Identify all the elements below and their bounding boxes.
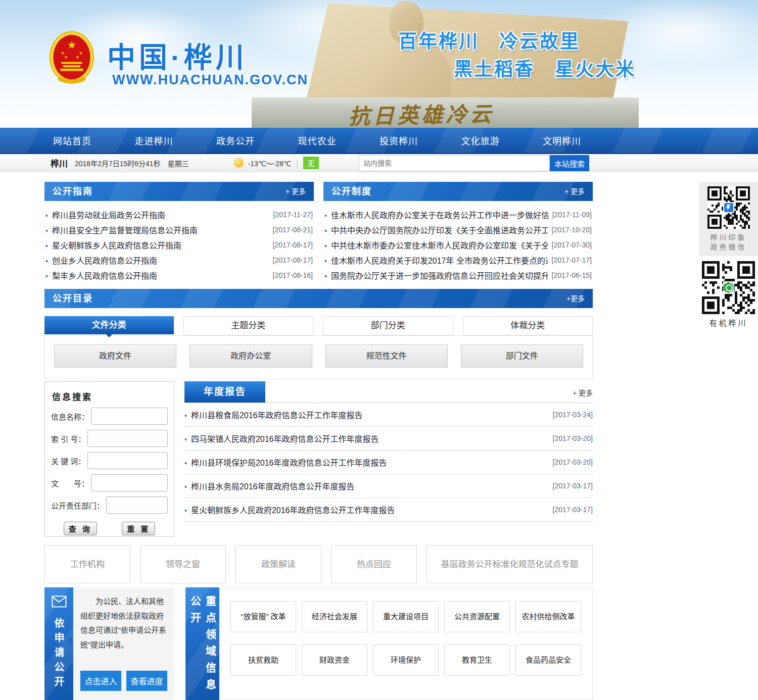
quick-link-policy-interpretation[interactable]: 政策解读 bbox=[235, 545, 321, 583]
nav-item-culture[interactable]: 文化旅游 bbox=[456, 134, 505, 147]
article-link[interactable]: 创业乡人民政府信息公开指南 bbox=[45, 254, 269, 266]
index-number-field[interactable] bbox=[87, 430, 168, 447]
more-link[interactable]: + 更多 bbox=[573, 387, 593, 397]
catalog-button-department-files[interactable]: 部门文件 bbox=[461, 344, 583, 368]
list-item: 星火朝鲜族乡人民政府信息公开指南[2017-08-17] bbox=[45, 237, 313, 253]
article-link[interactable]: 星火朝鲜族乡人民政府2016年政府信息公开工作年度报告 bbox=[184, 504, 553, 516]
panel-title: 年度报告 bbox=[184, 381, 265, 403]
temperature-label: -13℃～-28℃ bbox=[248, 158, 292, 168]
nav-item-agriculture[interactable]: 现代农业 bbox=[293, 134, 342, 147]
panel-annual-reports: 年度报告 + 更多 桦川县粮食局2016年政府信息公开工作年度报告[2017-0… bbox=[184, 381, 593, 537]
key-area-major-projects[interactable]: 重大建设项目 bbox=[373, 601, 439, 632]
list-item: 中共佳木斯市委办公室佳木斯市人民政府办公室印发《关于全面[2017-07-30] bbox=[324, 237, 592, 253]
article-link[interactable]: 梨丰乡人民政府信息公开指南 bbox=[45, 269, 269, 281]
article-link[interactable]: 中共中央办公厅国务院办公厅印发《关于全面推进政务公开工作 bbox=[324, 224, 548, 236]
list-item: 佳木斯市人民政府关于印发2017年 全市政务公开工作要点的通知[2017-07-… bbox=[324, 253, 592, 268]
article-link[interactable]: 桦川县粮食局2016年政府信息公开工作年度报告 bbox=[184, 409, 553, 421]
site-search-button[interactable]: 本站搜索 bbox=[550, 155, 589, 171]
catalog-button-gov-office[interactable]: 政府办公室 bbox=[190, 344, 312, 368]
key-area-rural-supply-reform[interactable]: 农村供给侧改革 bbox=[515, 601, 581, 632]
list-item: 桦川县水务局2016年度政府信息公开年度报告[2017-03-17] bbox=[184, 474, 593, 498]
apply-description: 为公民、法人和其他组织更好地依法获取政府信息可通过“依申请公开系统”提出申请。 bbox=[80, 594, 167, 671]
article-date: [2017-11-27] bbox=[273, 211, 313, 219]
article-link[interactable]: 桦川县劳动就业局政务公开指南 bbox=[45, 209, 269, 221]
tab-department-category[interactable]: 部门分类 bbox=[323, 316, 453, 335]
article-link[interactable]: 中共佳木斯市委办公室佳木斯市人民政府办公室印发《关于全面 bbox=[324, 239, 548, 251]
article-link[interactable]: 国务院办公厅关于进一步加强政府信息公开回应社会关切提升政 bbox=[324, 269, 548, 281]
apply-enter-button[interactable]: 点击进入 bbox=[80, 671, 121, 691]
key-area-public-resources[interactable]: 公共资源配置 bbox=[444, 601, 510, 632]
key-area-education-health[interactable]: 教育卫生 bbox=[444, 644, 510, 676]
quick-link-grassroots-pilot[interactable]: 基层政务公开标准化规范化试点专题 bbox=[427, 545, 593, 583]
field-label-department: 公开责任部门： bbox=[51, 500, 104, 511]
field-label-name: 信息名称： bbox=[51, 411, 89, 422]
list-item: 星火朝鲜族乡人民政府2016年政府信息公开工作年度报告[2017-03-17] bbox=[184, 498, 593, 522]
nav-item-home[interactable]: 网站首页 bbox=[48, 134, 97, 147]
qr2-label: 有机桦川 bbox=[699, 317, 758, 328]
keyword-field[interactable] bbox=[87, 452, 168, 469]
list-item: 桦川县粮食局2016年政府信息公开工作年度报告[2017-03-24] bbox=[184, 403, 593, 427]
key-area-food-drug-safety[interactable]: 食品药品安全 bbox=[515, 644, 581, 676]
key-area-fiscal-funds[interactable]: 财政资金 bbox=[302, 644, 367, 676]
catalog-button-normative-files[interactable]: 规范性文件 bbox=[325, 344, 448, 368]
banner-slogan-2: 黑土稻香 星火大米 bbox=[454, 54, 636, 81]
article-date: [2017-03-24] bbox=[553, 411, 593, 419]
article-date: [2017-08-21] bbox=[273, 226, 313, 234]
apply-progress-button[interactable]: 查看进度 bbox=[126, 671, 167, 691]
banner-slogan-1: 百年桦川 冷云故里 bbox=[398, 26, 580, 54]
panel-title: 公开目录 bbox=[53, 289, 93, 308]
field-label-docnum: 文 号： bbox=[51, 478, 89, 488]
article-date: [2017-08-16] bbox=[273, 271, 313, 279]
apply-for-disclosure-block: 依申请公开 为公民、法人和其他组织更好地依法获取政府信息可通过“依申请公开系统”… bbox=[44, 587, 174, 700]
article-date: [2017-03-20] bbox=[553, 458, 593, 466]
article-link[interactable]: 四马架镇人民政府2016年政府信息公开工作年度报告 bbox=[184, 432, 553, 444]
tab-file-category[interactable]: 文件分类 bbox=[44, 316, 174, 334]
tab-topic-category[interactable]: 主题分类 bbox=[183, 316, 314, 335]
key-areas-vertical-banner: 重点领域信息公开 bbox=[185, 587, 219, 700]
query-button[interactable]: 查 询 bbox=[64, 522, 97, 535]
svg-text:★: ★ bbox=[64, 55, 68, 60]
document-number-field[interactable] bbox=[91, 474, 168, 491]
organic-logo-icon bbox=[723, 282, 734, 293]
panel-open-system: 公开制度 + 更多 佳木斯市人民政府办公室关于在政务公开工作中进一步做好信息[2… bbox=[323, 182, 593, 283]
quick-link-leaders[interactable]: 领导之窗 bbox=[140, 545, 226, 583]
nav-item-gov-affairs[interactable]: 政务公开 bbox=[211, 134, 260, 147]
field-label-keyword: 关 键 词： bbox=[51, 456, 85, 466]
field-label-index: 索 引 号： bbox=[51, 433, 85, 444]
info-name-field[interactable] bbox=[91, 408, 168, 425]
more-link[interactable]: + 更多 bbox=[564, 182, 585, 201]
info-bar: 桦川 2018年2月7日15时6分41秒 星期三 -13℃～-28℃ | 无 本… bbox=[0, 154, 758, 172]
datetime-label: 2018年2月7日15时6分41秒 bbox=[75, 158, 161, 168]
tab-genre-category[interactable]: 体裁分类 bbox=[463, 316, 593, 335]
envelope-icon bbox=[52, 595, 67, 610]
catalog-button-gov-files[interactable]: 政府文件 bbox=[54, 344, 176, 368]
article-date: [2017-06-15] bbox=[552, 271, 592, 279]
list-item: 四马架镇人民政府2016年政府信息公开工作年度报告[2017-03-20] bbox=[184, 427, 593, 451]
quick-link-hot-responses[interactable]: 热点回应 bbox=[331, 545, 417, 583]
article-link[interactable]: 桦川县环境保护局2016年度政府信息公开工作年度报告 bbox=[184, 456, 553, 468]
article-date: [2017-08-17] bbox=[273, 241, 313, 249]
article-link[interactable]: 桦川县水务局2016年度政府信息公开年度报告 bbox=[184, 480, 553, 492]
article-link[interactable]: 星火朝鲜族乡人民政府信息公开指南 bbox=[45, 239, 269, 251]
reset-button[interactable]: 重 置 bbox=[122, 522, 155, 535]
article-date: [2017-11-09] bbox=[552, 211, 592, 219]
search-input[interactable] bbox=[359, 155, 550, 171]
key-area-environment[interactable]: 环境保护 bbox=[373, 644, 439, 676]
key-area-poverty-relief[interactable]: 扶贫救助 bbox=[230, 644, 296, 676]
article-link[interactable]: 佳木斯市人民政府关于印发2017年 全市政务公开工作要点的通知 bbox=[324, 254, 548, 266]
svg-text:★: ★ bbox=[75, 55, 79, 60]
key-area-economic-development[interactable]: 经济社会发展 bbox=[302, 601, 367, 632]
article-date: [2017-03-17] bbox=[553, 482, 593, 490]
more-link[interactable]: +更多 bbox=[566, 289, 585, 308]
responsible-department-field[interactable] bbox=[106, 496, 168, 514]
nav-item-civilized[interactable]: 文明桦川 bbox=[538, 134, 586, 147]
nav-item-about[interactable]: 走进桦川 bbox=[130, 134, 178, 147]
national-emblem-logo: ★ ★ ★ ★ ★ bbox=[48, 30, 96, 88]
more-link[interactable]: + 更多 bbox=[286, 182, 306, 201]
quick-link-work-agencies[interactable]: 工作机构 bbox=[44, 545, 130, 583]
qr-label-line2: 政务微信 bbox=[702, 242, 755, 252]
key-area-fangguanfu-reform[interactable]: “放管服” 改革 bbox=[230, 601, 296, 632]
article-link[interactable]: 佳木斯市人民政府办公室关于在政务公开工作中进一步做好信息 bbox=[324, 209, 548, 221]
nav-item-invest[interactable]: 投资桦川 bbox=[374, 134, 423, 147]
article-link[interactable]: 桦川县安全生产监督管理局信息公开指南 bbox=[45, 224, 269, 236]
